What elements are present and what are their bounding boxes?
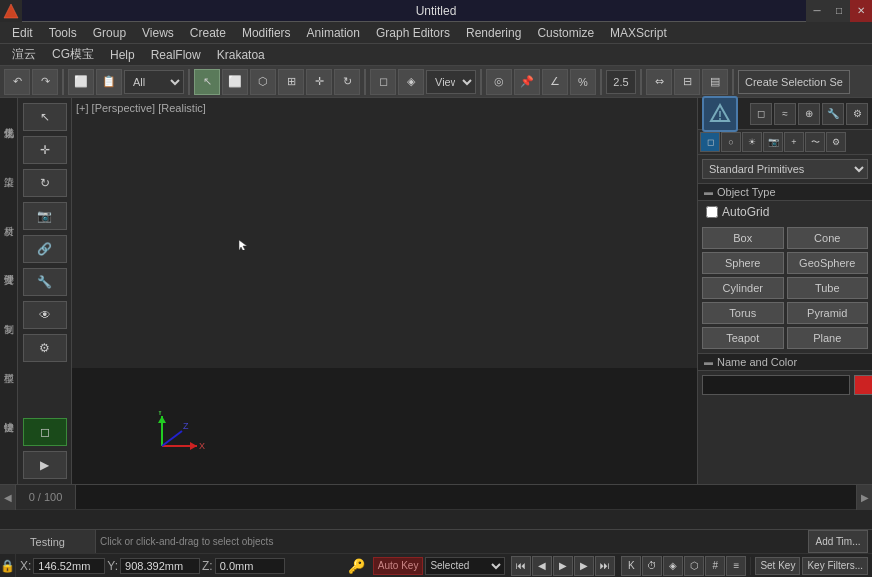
pivot-button[interactable]: ◎ bbox=[486, 69, 512, 95]
viewport-clipping-button[interactable]: ⬡ bbox=[684, 556, 704, 576]
viewport[interactable]: [+] [Perspective] [Realistic] bbox=[72, 98, 697, 484]
select-button[interactable]: ↖ bbox=[194, 69, 220, 95]
align-button[interactable]: ⊟ bbox=[674, 69, 700, 95]
primitives-dropdown[interactable]: Standard Primitives bbox=[702, 159, 868, 179]
x-input[interactable] bbox=[33, 558, 105, 574]
obj-btn-cylinder[interactable]: Cylinder bbox=[702, 277, 784, 299]
selected-dropdown[interactable]: Selected bbox=[425, 557, 505, 575]
rp-cat-systems[interactable]: ⚙ bbox=[826, 132, 846, 152]
select-obj-button[interactable]: ⬜ bbox=[68, 69, 94, 95]
rp-hierarchy-icon[interactable]: ⊕ bbox=[798, 103, 820, 125]
obj-btn-box[interactable]: Box bbox=[702, 227, 784, 249]
viewport-area[interactable]: [+] [Perspective] [Realistic] bbox=[72, 98, 697, 484]
create-mode-icon[interactable] bbox=[702, 96, 738, 132]
obj-btn-sphere[interactable]: Sphere bbox=[702, 252, 784, 274]
rp-display-icon[interactable]: ◻ bbox=[750, 103, 772, 125]
menu-graph-editors[interactable]: Graph Editors bbox=[368, 24, 458, 42]
select-region-button[interactable]: ⬜ bbox=[222, 69, 248, 95]
close-button[interactable]: ✕ bbox=[850, 0, 872, 22]
menu-realflow[interactable]: RealFlow bbox=[143, 46, 209, 64]
tool-create[interactable]: ◻ bbox=[23, 418, 67, 446]
set-key-button[interactable]: Set Key bbox=[755, 557, 800, 575]
select-by-name-button[interactable]: 📋 bbox=[96, 69, 122, 95]
obj-btn-pyramid[interactable]: Pyramid bbox=[787, 302, 869, 324]
timeline-track[interactable] bbox=[76, 485, 856, 509]
menu-views[interactable]: Views bbox=[134, 24, 182, 42]
obj-btn-geosphere[interactable]: GeoSphere bbox=[787, 252, 869, 274]
rotate-button[interactable]: ↻ bbox=[334, 69, 360, 95]
next-frame-button[interactable]: ▶ bbox=[574, 556, 594, 576]
z-input[interactable] bbox=[215, 558, 285, 574]
menu-help[interactable]: Help bbox=[102, 46, 143, 64]
menu-modifiers[interactable]: Modifiers bbox=[234, 24, 299, 42]
name-input[interactable] bbox=[702, 375, 850, 395]
rp-cat-geometry[interactable]: ◻ bbox=[700, 132, 720, 152]
rp-cat-lights[interactable]: ☀ bbox=[742, 132, 762, 152]
rp-utility-icon[interactable]: ⚙ bbox=[846, 103, 868, 125]
tool-camera[interactable]: 📷 bbox=[23, 202, 67, 230]
scene-explorer-button[interactable]: ≡ bbox=[726, 556, 746, 576]
tool-playback[interactable]: ▶ bbox=[23, 451, 67, 479]
menu-rendering[interactable]: Rendering bbox=[458, 24, 529, 42]
timeline-prev-button[interactable]: ◀ bbox=[0, 485, 16, 510]
lasso-select-button[interactable]: ⬡ bbox=[250, 69, 276, 95]
rp-cat-shapes[interactable]: ○ bbox=[721, 132, 741, 152]
menu-group[interactable]: Group bbox=[85, 24, 134, 42]
menu-animation[interactable]: Animation bbox=[299, 24, 368, 42]
percent-snap-button[interactable]: % bbox=[570, 69, 596, 95]
menu-edit[interactable]: Edit bbox=[4, 24, 41, 42]
mirror-button[interactable]: ⇔ bbox=[646, 69, 672, 95]
rp-cat-cameras[interactable]: 📷 bbox=[763, 132, 783, 152]
autogrid-checkbox[interactable] bbox=[706, 206, 718, 218]
filter-dropdown[interactable]: All bbox=[124, 70, 184, 94]
name-color-header[interactable]: ▬ Name and Color bbox=[698, 354, 872, 371]
scale-button[interactable]: ◻ bbox=[370, 69, 396, 95]
maximize-button[interactable]: □ bbox=[828, 0, 850, 22]
zoom-input[interactable] bbox=[606, 70, 636, 94]
rp-cat-helpers[interactable]: + bbox=[784, 132, 804, 152]
rp-cat-spacewarps[interactable]: 〜 bbox=[805, 132, 825, 152]
object-type-header[interactable]: ▬ Object Type bbox=[698, 184, 872, 201]
grid-button[interactable]: # bbox=[705, 556, 725, 576]
angle-snap-button[interactable]: ∠ bbox=[542, 69, 568, 95]
menu-maxscript[interactable]: MAXScript bbox=[602, 24, 675, 42]
tool-select[interactable]: ↖ bbox=[23, 103, 67, 131]
y-input[interactable] bbox=[120, 558, 200, 574]
tool-link[interactable]: 🔗 bbox=[23, 235, 67, 263]
auto-key-button[interactable]: Auto Key bbox=[373, 557, 424, 575]
isolate-button[interactable]: ◈ bbox=[663, 556, 683, 576]
menu-krakatoa[interactable]: Krakatoa bbox=[209, 46, 273, 64]
obj-btn-cone[interactable]: Cone bbox=[787, 227, 869, 249]
ref-coord-button[interactable]: ◈ bbox=[398, 69, 424, 95]
undo-button[interactable]: ↶ bbox=[4, 69, 30, 95]
menu-create[interactable]: Create bbox=[182, 24, 234, 42]
rp-motion-icon[interactable]: ≈ bbox=[774, 103, 796, 125]
paint-select-button[interactable]: ⊞ bbox=[278, 69, 304, 95]
add-time-button[interactable]: Add Tim... bbox=[808, 530, 868, 553]
key-filters-button[interactable]: Key Filters... bbox=[802, 557, 868, 575]
obj-btn-teapot[interactable]: Teapot bbox=[702, 327, 784, 349]
key-mode-button[interactable]: K bbox=[621, 556, 641, 576]
go-start-button[interactable]: ⏮ bbox=[511, 556, 531, 576]
timeline-next-button[interactable]: ▶ bbox=[856, 485, 872, 510]
create-selection-button[interactable]: Create Selection Se bbox=[738, 70, 850, 94]
tool-rotate[interactable]: ↻ bbox=[23, 169, 67, 197]
menu-customize[interactable]: Customize bbox=[529, 24, 602, 42]
go-end-button[interactable]: ⏭ bbox=[595, 556, 615, 576]
tool-transform[interactable]: ✛ bbox=[23, 136, 67, 164]
menu-cgmobao[interactable]: CG模宝 bbox=[44, 44, 102, 65]
redo-button[interactable]: ↷ bbox=[32, 69, 58, 95]
tool-utility[interactable]: ⚙ bbox=[23, 334, 67, 362]
color-swatch[interactable] bbox=[854, 375, 872, 395]
view-dropdown[interactable]: View bbox=[426, 70, 476, 94]
menu-zhuyun[interactable]: 渲云 bbox=[4, 44, 44, 65]
menu-tools[interactable]: Tools bbox=[41, 24, 85, 42]
minimize-button[interactable]: ─ bbox=[806, 0, 828, 22]
snap-button[interactable]: 📌 bbox=[514, 69, 540, 95]
layer-manager-button[interactable]: ▤ bbox=[702, 69, 728, 95]
tool-hierarchy[interactable]: 🔧 bbox=[23, 268, 67, 296]
time-config-button[interactable]: ⏱ bbox=[642, 556, 662, 576]
obj-btn-torus[interactable]: Torus bbox=[702, 302, 784, 324]
obj-btn-tube[interactable]: Tube bbox=[787, 277, 869, 299]
tool-display[interactable]: 👁 bbox=[23, 301, 67, 329]
